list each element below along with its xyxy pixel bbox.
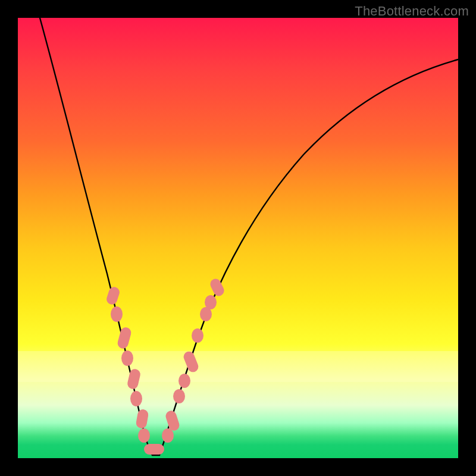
chart-svg: [18, 18, 458, 458]
marker-pill: [208, 277, 226, 298]
marker-pill: [144, 444, 164, 455]
marker-dot: [205, 295, 217, 309]
watermark-text: TheBottleneck.com: [355, 4, 469, 19]
bottleneck-curve: [40, 18, 458, 455]
marker-dot: [138, 428, 150, 443]
marker-pill: [135, 409, 149, 430]
marker-group: [105, 277, 226, 455]
marker-pill: [105, 286, 121, 306]
marker-dot: [111, 306, 123, 322]
marker-dot: [162, 428, 174, 443]
chart-frame: TheBottleneck.com: [0, 0, 476, 476]
marker-dot: [130, 391, 142, 406]
plot-area: [18, 18, 458, 458]
marker-dot: [121, 350, 133, 366]
marker-dot: [192, 328, 203, 343]
marker-pill: [126, 368, 141, 390]
marker-pill: [182, 350, 200, 374]
marker-dot: [173, 389, 185, 403]
marker-dot: [178, 374, 190, 388]
marker-pill: [117, 326, 133, 349]
